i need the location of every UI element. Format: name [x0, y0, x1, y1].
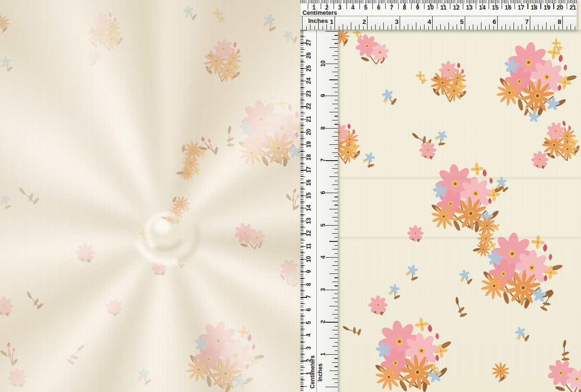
- half-inch-tick: [448, 22, 449, 30]
- flower-cluster-bigbouquet: [423, 168, 581, 367]
- quarter-inch-tick: [522, 24, 522, 30]
- quarter-inch-tick: [332, 265, 338, 266]
- half-cm-tick: [301, 75, 305, 75]
- cm-number: 17: [305, 167, 312, 173]
- inch-number: 5: [458, 18, 466, 25]
- cm-number: 27: [305, 40, 312, 46]
- flower-cluster-pinksolo: [0, 249, 61, 363]
- half-inch-tick: [329, 209, 338, 209]
- quarter-inch-tick: [391, 24, 392, 30]
- flower-cluster-budbranch: [133, 70, 287, 225]
- cm-number: 6: [305, 308, 312, 312]
- half-inch-tick: [383, 22, 384, 30]
- cm-number: 25: [305, 65, 312, 71]
- half-cm-tick: [301, 252, 305, 253]
- cm-number: 11: [439, 4, 448, 11]
- eighth-inch-tick: [335, 261, 338, 262]
- eighth-inch-tick: [335, 164, 338, 165]
- flower-cluster-orangesolo: [443, 314, 558, 392]
- eighth-inch-tick: [335, 59, 338, 60]
- half-cm-tick: [301, 36, 305, 37]
- flower-cluster-bluesprig: [334, 233, 454, 352]
- half-cm-tick: [301, 62, 305, 62]
- scale-divider: [301, 16, 577, 16]
- eighth-inch-tick: [335, 213, 338, 213]
- inch-scale-label: Inches: [317, 363, 324, 381]
- half-cm-tick: [301, 189, 305, 189]
- ruler-cast-shadow: [301, 30, 581, 34]
- eighth-inch-tick: [335, 67, 338, 68]
- eighth-inch-tick: [335, 140, 338, 141]
- inch-number: 2: [320, 320, 326, 324]
- cm-number: 15: [491, 4, 500, 11]
- flower-cluster-orangebouquet: [144, 0, 301, 140]
- eighth-inch-tick: [388, 26, 388, 30]
- inch-number: 7: [320, 159, 326, 162]
- half-cm-tick: [437, 3, 437, 9]
- eighth-inch-tick: [314, 26, 315, 30]
- eighth-inch-tick: [335, 124, 338, 124]
- inch-number: 6: [320, 191, 326, 195]
- eighth-inch-tick: [510, 26, 510, 30]
- flower-cluster-leafsprig: [342, 61, 499, 218]
- cm-tick: [301, 386, 307, 387]
- cm-number: 10: [305, 256, 312, 262]
- eighth-inch-tick: [335, 116, 338, 116]
- quarter-inch-tick: [332, 201, 338, 201]
- flower-cluster-pinksolo: [488, 108, 581, 211]
- flower-cluster-leafsprig: [150, 57, 301, 214]
- eighth-inch-tick: [335, 358, 338, 359]
- flower-cluster-bluesprig: [126, 0, 253, 77]
- half-cm-tick: [301, 316, 305, 316]
- half-inch-tick: [329, 144, 338, 145]
- cm-number: 5: [361, 4, 370, 11]
- half-inch-tick: [329, 112, 338, 112]
- quarter-inch-tick: [332, 87, 338, 88]
- inch-tick: [325, 290, 338, 290]
- eighth-inch-tick: [335, 245, 338, 246]
- quarter-inch-tick: [332, 72, 338, 72]
- quarter-inch-tick: [332, 282, 338, 282]
- flower-cluster-yellowsprig: [389, 323, 480, 392]
- eighth-inch-tick: [335, 253, 338, 254]
- half-inch-tick: [329, 47, 338, 48]
- flower-cluster-leafsprig: [469, 221, 581, 378]
- half-inch-tick: [329, 338, 338, 338]
- half-cm-tick: [308, 3, 308, 9]
- half-cm-tick: [502, 3, 502, 9]
- flower-cluster-bluesprig: [450, 134, 553, 237]
- quarter-inch-tick: [332, 39, 338, 40]
- half-cm-tick: [372, 3, 373, 9]
- cm-scale-label: Centimeters: [302, 10, 337, 16]
- cm-number: 4: [305, 334, 312, 337]
- flower-cluster-leafsprig: [485, 272, 581, 392]
- cm-number: 15: [305, 192, 312, 198]
- eighth-inch-tick: [485, 26, 486, 30]
- half-cm-tick: [567, 3, 567, 9]
- fabric-weave-texture: [0, 0, 301, 392]
- flower-cluster-pinksolo: [28, 195, 143, 310]
- cm-number: 21: [305, 116, 312, 122]
- cm-number: 20: [305, 129, 312, 135]
- eighth-inch-tick: [323, 26, 323, 30]
- half-cm-tick: [301, 354, 305, 355]
- horizontal-ruler: 123456789101112131415161718192021 Centim…: [301, 0, 577, 30]
- quarter-inch-tick: [332, 185, 338, 185]
- inch-number: 8: [320, 126, 326, 130]
- eighth-inch-tick: [306, 26, 307, 30]
- quarter-inch-tick: [332, 217, 338, 218]
- flower-cluster-bigbouquet: [309, 249, 516, 392]
- half-cm-tick: [476, 3, 476, 9]
- quarter-inch-tick: [310, 24, 311, 30]
- quarter-inch-tick: [332, 136, 338, 137]
- eighth-inch-tick: [355, 26, 356, 30]
- eighth-inch-tick: [335, 285, 338, 286]
- eighth-inch-tick: [335, 148, 338, 149]
- half-cm-tick: [301, 176, 305, 177]
- flower-cluster-leafsprig: [0, 234, 99, 367]
- eighth-inch-tick: [331, 26, 331, 30]
- eighth-inch-tick: [428, 26, 429, 30]
- half-inch-tick: [329, 79, 338, 80]
- eighth-inch-tick: [335, 156, 338, 157]
- flower-cluster-pinkduo: [476, 284, 581, 392]
